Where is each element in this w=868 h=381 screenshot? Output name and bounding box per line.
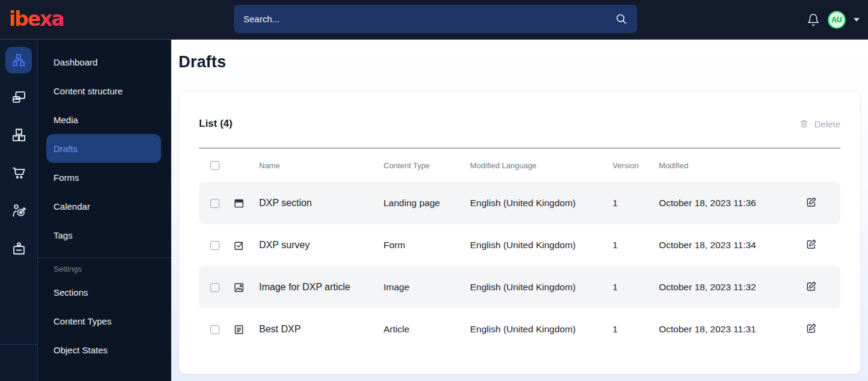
sidebar-item-label: Calendar <box>53 201 90 212</box>
page-title: Drafts <box>179 53 861 72</box>
product-boxes-icon <box>11 127 27 143</box>
column-header-content-type: Content Type <box>384 161 470 170</box>
rail-item-products[interactable] <box>11 127 27 143</box>
row-version: 1 <box>613 240 659 251</box>
edit-button[interactable] <box>805 280 818 294</box>
topbar: ibexa AU <box>0 0 868 40</box>
edit-pencil-icon <box>805 322 818 335</box>
sidebar-item-content-types[interactable]: Content Types <box>46 306 161 335</box>
rail-item-personalization[interactable] <box>11 203 27 219</box>
pages-icon <box>11 89 27 105</box>
sidebar-item-label: Sections <box>53 287 88 297</box>
article-icon <box>233 323 245 336</box>
topbar-right: AU <box>807 0 860 40</box>
personalization-target-icon <box>11 203 27 219</box>
sidebar-item-dashboard[interactable]: Dashboard <box>46 47 161 76</box>
sidebar-item-label: Drafts <box>53 144 78 154</box>
main-content: Drafts List (4) Delete Name Content Type… <box>171 40 868 381</box>
search-icon[interactable] <box>615 13 628 25</box>
ibexa-logo[interactable]: ibexa <box>9 6 64 32</box>
column-header-name: Name <box>259 161 384 170</box>
rail-item-pages[interactable] <box>11 89 27 105</box>
sitemap-icon <box>11 52 26 68</box>
edit-pencil-icon <box>805 238 818 251</box>
row-checkbox[interactable] <box>210 283 219 292</box>
table-row: Image for DXP article Image English (Uni… <box>199 266 840 308</box>
sidebar-item-label: Content structure <box>53 86 123 96</box>
sidebar-item-drafts[interactable]: Drafts <box>46 134 161 163</box>
edit-button[interactable] <box>805 196 818 210</box>
column-header-modified: Modified <box>659 161 800 170</box>
sidebar-item-label: Content Types <box>53 316 111 326</box>
row-name: DXP section <box>259 198 384 209</box>
row-version: 1 <box>613 198 659 209</box>
sidebar-item-calendar[interactable]: Calendar <box>46 192 161 221</box>
list-title: List (4) <box>199 118 233 130</box>
sidebar-menu: Dashboard Content structure Media Drafts… <box>38 40 171 381</box>
row-language: English (United Kingdom) <box>470 240 613 251</box>
form-checkbox-icon <box>233 239 245 252</box>
row-version: 1 <box>613 282 659 293</box>
table-row: Best DXP Article English (United Kingdom… <box>199 308 840 350</box>
row-checkbox[interactable] <box>210 241 219 250</box>
rail-item-content[interactable] <box>5 47 32 73</box>
rail-divider <box>0 344 37 345</box>
sidebar-item-media[interactable]: Media <box>46 105 161 134</box>
row-modified: October 18, 2023 11:32 <box>659 282 800 293</box>
row-name: DXP survey <box>259 240 384 251</box>
row-content-type: Landing page <box>384 198 470 209</box>
table-header: Name Content Type Modified Language Vers… <box>199 148 840 182</box>
sidebar-item-label: Object States <box>53 345 108 355</box>
row-language: English (United Kingdom) <box>470 324 613 335</box>
row-modified: October 18, 2023 11:34 <box>659 240 800 251</box>
search-input[interactable] <box>243 14 615 24</box>
content-type-icon <box>233 323 245 336</box>
user-initials: AU <box>831 16 842 24</box>
row-content-type: Article <box>384 324 470 335</box>
content-type-icon <box>233 239 245 252</box>
delete-button[interactable]: Delete <box>799 118 840 129</box>
search-bar <box>234 5 637 33</box>
row-checkbox[interactable] <box>210 325 219 334</box>
app-root: ibexa AU <box>0 0 868 381</box>
content-type-icon <box>233 197 245 210</box>
chevron-down-icon[interactable] <box>854 18 860 22</box>
table-body: DXP section Landing page English (United… <box>199 182 840 350</box>
edit-button[interactable] <box>805 322 818 337</box>
sidebar-item-content-structure[interactable]: Content structure <box>46 76 161 105</box>
icon-rail <box>0 40 38 381</box>
delete-label: Delete <box>815 119 840 129</box>
sidebar-item-tags[interactable]: Tags <box>46 221 161 249</box>
row-content-type: Image <box>384 282 470 293</box>
sidebar-item-label: Media <box>53 115 78 125</box>
select-all-checkbox[interactable] <box>210 161 219 170</box>
row-modified: October 18, 2023 11:31 <box>659 324 800 335</box>
sidebar-item-label: Tags <box>53 230 73 240</box>
sidebar-item-sections[interactable]: Sections <box>46 278 161 306</box>
edit-pencil-icon <box>805 280 818 293</box>
row-modified: October 18, 2023 11:36 <box>659 198 800 209</box>
row-checkbox[interactable] <box>210 199 219 208</box>
drafts-card: List (4) Delete Name Content Type Modifi… <box>179 91 861 374</box>
badge-icon <box>11 240 27 257</box>
edit-button[interactable] <box>805 238 818 252</box>
row-language: English (United Kingdom) <box>470 282 613 293</box>
sidebar-item-forms[interactable]: Forms <box>46 163 161 192</box>
column-header-version: Version <box>613 161 659 170</box>
rail-item-commerce[interactable] <box>11 165 27 181</box>
landing-page-icon <box>233 197 245 210</box>
column-header-modified-language: Modified Language <box>470 161 613 170</box>
sidebar-item-label: Dashboard <box>53 57 97 67</box>
notifications-bell-icon[interactable] <box>807 13 820 26</box>
rail-item-badge[interactable] <box>11 240 27 257</box>
sidebar-item-object-states[interactable]: Object States <box>46 335 161 364</box>
row-language: English (United Kingdom) <box>470 198 613 209</box>
row-version: 1 <box>613 324 659 335</box>
table-row: DXP survey Form English (United Kingdom)… <box>199 224 840 266</box>
edit-pencil-icon <box>805 196 818 209</box>
sidebar-item-label: Forms <box>53 172 79 183</box>
row-content-type: Form <box>384 240 470 251</box>
row-name: Best DXP <box>259 324 384 335</box>
user-avatar[interactable]: AU <box>828 11 846 29</box>
row-name: Image for DXP article <box>259 282 384 293</box>
